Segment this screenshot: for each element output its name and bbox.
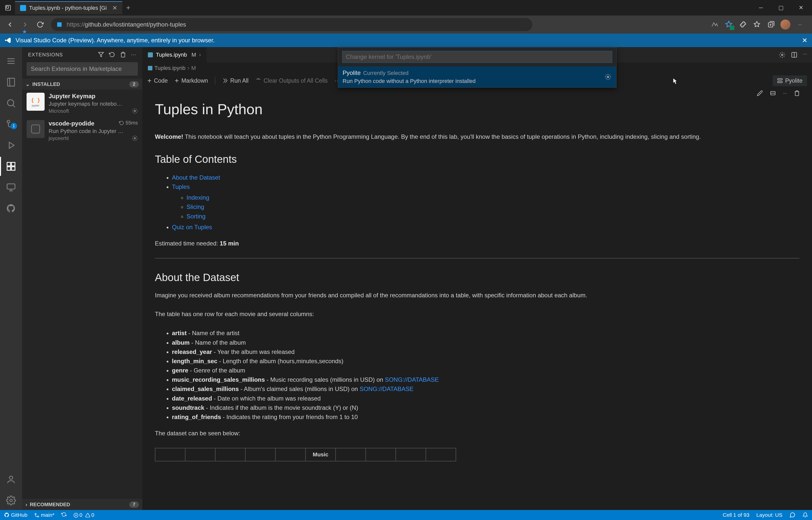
svg-rect-7 xyxy=(11,162,15,166)
paragraph: The dataset can be seen below: xyxy=(155,429,800,438)
svg-rect-19 xyxy=(778,81,782,83)
intro-paragraph: Welcome! This notebook will teach you ab… xyxy=(155,132,800,141)
add-markdown-cell-button[interactable]: +Markdown xyxy=(175,77,208,85)
cell-more-icon[interactable]: ⋯ xyxy=(783,91,787,96)
about-heading: About the Dataset xyxy=(155,271,800,284)
favorites-icon[interactable] xyxy=(752,20,761,29)
browser-titlebar: Tuples.ipynb - python-tuples [Gi ✕ + ─ ▢… xyxy=(0,0,812,16)
svg-rect-9 xyxy=(11,167,15,170)
close-window-icon[interactable]: ✕ xyxy=(792,2,810,14)
more-icon[interactable]: ⋯ xyxy=(131,52,136,58)
browser-tab[interactable]: Tuples.ipynb - python-tuples [Gi ✕ xyxy=(15,1,122,14)
close-tab-icon[interactable]: ✕ xyxy=(112,4,117,11)
split-cell-icon[interactable] xyxy=(770,90,776,96)
activation-time: 55ms xyxy=(119,120,138,126)
banner-close-icon[interactable]: ✕ xyxy=(802,36,808,44)
toc-link[interactable]: Sorting xyxy=(186,213,205,220)
vscode-favicon xyxy=(20,5,26,11)
status-bell-icon[interactable] xyxy=(803,512,808,518)
svg-rect-10 xyxy=(7,184,15,189)
toc-link[interactable]: About the Dataset xyxy=(172,174,220,181)
kernel-gear-icon[interactable] xyxy=(779,52,785,58)
svg-rect-8 xyxy=(7,167,10,170)
extension-item-vscode-pyodide[interactable]: vscode-pyodide Run Python code in Jupyte… xyxy=(22,117,142,144)
accounts-button[interactable] xyxy=(0,470,22,489)
search-tab[interactable] xyxy=(0,94,22,113)
delete-cell-icon[interactable] xyxy=(794,90,800,96)
installed-count: 2 xyxy=(129,81,139,87)
status-branch[interactable]: main* xyxy=(34,512,54,518)
collections-icon[interactable] xyxy=(766,20,776,29)
banner-text: Visual Studio Code (Preview). Anywhere, … xyxy=(16,37,215,44)
tab-actions-button[interactable] xyxy=(2,2,14,14)
toc-link[interactable]: Indexing xyxy=(186,194,209,201)
estimated-time: Estimated time needed: 15 min xyxy=(155,239,800,248)
settings-button[interactable] xyxy=(0,491,22,510)
extensions-icon[interactable] xyxy=(738,20,747,29)
profile-avatar[interactable] xyxy=(781,20,790,30)
run-all-button[interactable]: Run All xyxy=(222,77,249,84)
menu-button[interactable] xyxy=(0,52,22,71)
toc-link[interactable]: Tuples xyxy=(172,183,190,190)
status-github[interactable]: GitHub xyxy=(4,512,27,518)
editor-more-icon[interactable]: ⋯ xyxy=(803,52,807,58)
svg-rect-18 xyxy=(778,79,782,80)
add-code-cell-button[interactable]: +Code xyxy=(147,77,168,85)
github-tab[interactable] xyxy=(0,199,22,218)
notebook-content[interactable]: Tuples in Python Welcome! This notebook … xyxy=(142,99,812,510)
refresh-icon[interactable] xyxy=(109,52,115,58)
extensions-tab[interactable] xyxy=(0,157,22,176)
gear-icon[interactable] xyxy=(132,135,138,141)
kernel-option-pyolite[interactable]: PyoliteCurrently Selected Run Python cod… xyxy=(338,67,616,87)
explorer-tab[interactable] xyxy=(0,73,22,92)
source-control-tab[interactable]: 1 xyxy=(0,115,22,134)
sidebar-header: EXTENSIONS ⋯ xyxy=(22,47,142,62)
address-bar[interactable]: https://github.dev/lostintangent/python-… xyxy=(51,18,532,31)
notebook-heading-1: Tuples in Python xyxy=(155,101,800,118)
refresh-button[interactable] xyxy=(33,18,47,31)
editor-tab-tuples[interactable]: Tuples.ipynb M › xyxy=(142,47,206,62)
performance-icon[interactable] xyxy=(710,20,719,29)
recommended-section[interactable]: › RECOMMENDED 7 xyxy=(22,499,142,510)
new-tab-button[interactable]: + xyxy=(122,4,134,12)
gear-icon[interactable] xyxy=(132,108,138,114)
shopping-icon[interactable] xyxy=(724,20,733,29)
jupyter-icon: jupyter xyxy=(27,93,45,111)
extension-desc: Run Python code in Jupyter … xyxy=(49,128,138,134)
minimize-icon[interactable]: ─ xyxy=(752,2,770,14)
database-link[interactable]: SONG://DATABASE xyxy=(360,386,413,392)
filter-icon[interactable] xyxy=(98,52,104,58)
database-link[interactable]: SONG://DATABASE xyxy=(385,376,439,383)
kernel-picker[interactable]: Pyolite xyxy=(773,75,807,86)
remote-explorer-tab[interactable] xyxy=(0,178,22,197)
extension-author: joyceerhl xyxy=(49,135,138,141)
pyodide-icon xyxy=(27,120,45,138)
toc-link[interactable]: Quiz on Tuples xyxy=(172,224,212,230)
status-layout[interactable]: Layout: US xyxy=(756,512,782,518)
status-feedback-icon[interactable] xyxy=(789,512,795,518)
status-errors[interactable]: 0 0 xyxy=(73,512,94,518)
chevron-right-icon: › xyxy=(199,52,201,58)
column-item: date_released - Date on which the album … xyxy=(172,394,800,403)
clear-icon[interactable] xyxy=(120,52,126,58)
clear-outputs-button[interactable]: Clear Outputs of All Cells xyxy=(256,77,328,84)
browser-menu-icon[interactable]: ⋯ xyxy=(795,20,805,29)
extension-item-jupyter-keymap[interactable]: jupyter Jupyter Keymap Jupyter keymaps f… xyxy=(22,90,142,117)
back-button[interactable] xyxy=(3,18,17,31)
extensions-search-input[interactable]: Search Extensions in Marketplace xyxy=(27,62,138,76)
columns-list: artist - Name of the artistalbum - Name … xyxy=(155,329,800,421)
edit-cell-icon[interactable] xyxy=(757,90,763,96)
toc-link[interactable]: Slicing xyxy=(186,203,204,210)
status-cell[interactable]: Cell 1 of 93 xyxy=(723,512,750,518)
column-item: soundtrack - Indicates if the album is t… xyxy=(172,403,800,412)
gear-icon[interactable] xyxy=(605,74,611,80)
quick-input-field[interactable] xyxy=(342,51,612,63)
run-debug-tab[interactable] xyxy=(0,136,22,155)
column-item: genre - Genre of the album xyxy=(172,366,800,375)
site-identity-icon xyxy=(57,22,62,27)
split-editor-icon[interactable] xyxy=(791,52,797,58)
installed-section[interactable]: ⌄ INSTALLED 2 xyxy=(22,79,142,90)
svg-rect-1 xyxy=(6,6,9,8)
maximize-icon[interactable]: ▢ xyxy=(772,2,790,14)
status-sync[interactable] xyxy=(61,512,67,518)
